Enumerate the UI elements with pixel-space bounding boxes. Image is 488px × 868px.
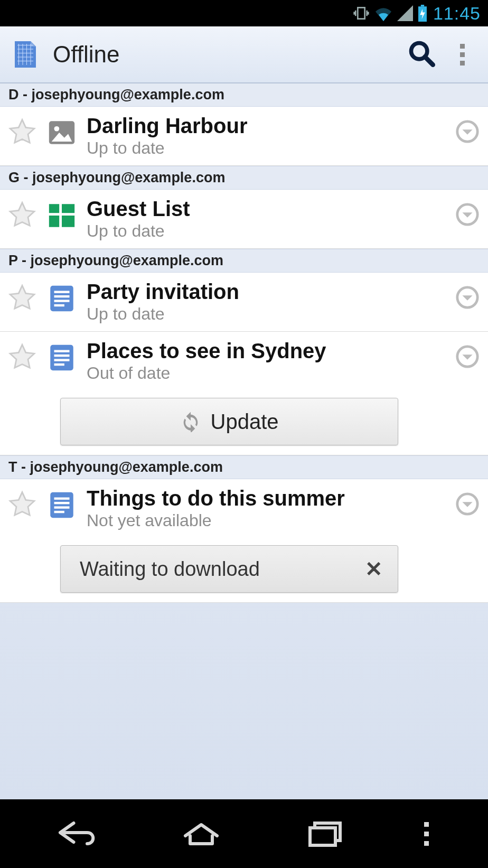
svg-rect-9 xyxy=(49,216,59,227)
svg-rect-24 xyxy=(50,492,73,518)
section-header: G - josephyoung@example.com xyxy=(0,166,488,190)
star-icon[interactable] xyxy=(7,342,37,372)
item-title: Darling Harbour xyxy=(87,114,446,137)
wifi-icon xyxy=(374,5,393,21)
signal-icon xyxy=(397,5,413,21)
item-title: Places to see in Sydney xyxy=(87,339,446,362)
overflow-menu-button[interactable] xyxy=(462,44,468,66)
update-button-label: Update xyxy=(211,410,279,434)
app-icon xyxy=(10,39,41,70)
search-button[interactable] xyxy=(408,40,435,69)
star-icon[interactable] xyxy=(7,283,37,313)
svg-rect-30 xyxy=(310,828,335,845)
item-status: Up to date xyxy=(87,221,446,241)
svg-rect-19 xyxy=(54,350,70,352)
spreadsheet-file-icon xyxy=(46,200,77,231)
home-button[interactable] xyxy=(177,817,225,851)
section-header: T - josephyoung@example.com xyxy=(0,455,488,479)
document-file-icon xyxy=(46,490,77,520)
svg-rect-14 xyxy=(54,295,70,297)
svg-rect-18 xyxy=(50,345,73,370)
svg-rect-16 xyxy=(54,304,64,306)
item-menu-button[interactable] xyxy=(455,285,480,310)
svg-rect-28 xyxy=(54,511,64,513)
svg-rect-8 xyxy=(62,204,74,213)
svg-rect-21 xyxy=(54,359,70,361)
update-button[interactable]: Update xyxy=(60,398,398,445)
list-item[interactable]: Guest List Up to date xyxy=(0,190,488,249)
svg-point-5 xyxy=(54,126,60,132)
svg-rect-10 xyxy=(62,216,74,227)
item-status: Out of date xyxy=(87,363,446,383)
item-title: Party invitation xyxy=(87,280,446,303)
battery-icon xyxy=(417,5,428,22)
section-header: P - josephyoung@example.com xyxy=(0,249,488,273)
list-item[interactable]: Things to do this summer Not yet availab… xyxy=(0,479,488,603)
nav-overflow-button[interactable] xyxy=(424,822,434,846)
device-frame: 11:45 Offline D - josephyoung@example.co… xyxy=(0,0,488,868)
section-header: D - josephyoung@example.com xyxy=(0,83,488,107)
star-icon[interactable] xyxy=(7,490,37,519)
document-file-icon xyxy=(46,283,77,314)
vibrate-icon xyxy=(353,5,370,22)
image-file-icon xyxy=(46,117,77,148)
document-file-icon xyxy=(46,342,77,373)
waiting-download-chip: Waiting to download ✕ xyxy=(60,545,398,593)
item-title: Guest List xyxy=(87,197,446,220)
action-bar: Offline xyxy=(0,26,488,83)
list-item[interactable]: Darling Harbour Up to date xyxy=(0,107,488,166)
star-icon[interactable] xyxy=(7,200,37,230)
svg-rect-13 xyxy=(54,291,70,293)
refresh-icon xyxy=(180,411,201,432)
item-title: Things to do this summer xyxy=(87,487,446,510)
list-item[interactable]: Party invitation Up to date xyxy=(0,273,488,332)
item-menu-button[interactable] xyxy=(455,119,480,144)
svg-rect-0 xyxy=(421,5,424,6)
item-status: Not yet available xyxy=(87,511,446,530)
svg-rect-7 xyxy=(49,204,59,213)
status-bar: 11:45 xyxy=(0,0,488,26)
svg-rect-27 xyxy=(54,506,70,508)
status-time: 11:45 xyxy=(433,3,481,24)
svg-rect-25 xyxy=(54,498,70,500)
star-icon[interactable] xyxy=(7,117,37,147)
item-status: Up to date xyxy=(87,304,446,324)
svg-rect-26 xyxy=(54,502,70,504)
status-icons xyxy=(353,5,428,22)
svg-rect-22 xyxy=(54,363,64,366)
navigation-bar xyxy=(0,799,488,868)
waiting-label: Waiting to download xyxy=(80,558,260,581)
document-list[interactable]: D - josephyoung@example.com Darling Harb… xyxy=(0,83,488,799)
svg-line-3 xyxy=(425,57,433,65)
item-status: Up to date xyxy=(87,138,446,158)
empty-area xyxy=(0,603,488,799)
item-menu-button[interactable] xyxy=(455,202,480,227)
svg-rect-12 xyxy=(50,286,73,311)
item-menu-button[interactable] xyxy=(455,344,480,369)
list-item[interactable]: Places to see in Sydney Out of date Upda… xyxy=(0,332,488,455)
recent-apps-button[interactable] xyxy=(301,817,348,851)
page-title: Offline xyxy=(53,41,408,68)
cancel-download-button[interactable]: ✕ xyxy=(365,557,383,581)
item-menu-button[interactable] xyxy=(455,492,480,516)
back-button[interactable] xyxy=(54,817,101,851)
svg-rect-20 xyxy=(54,354,70,357)
svg-rect-15 xyxy=(54,300,70,302)
